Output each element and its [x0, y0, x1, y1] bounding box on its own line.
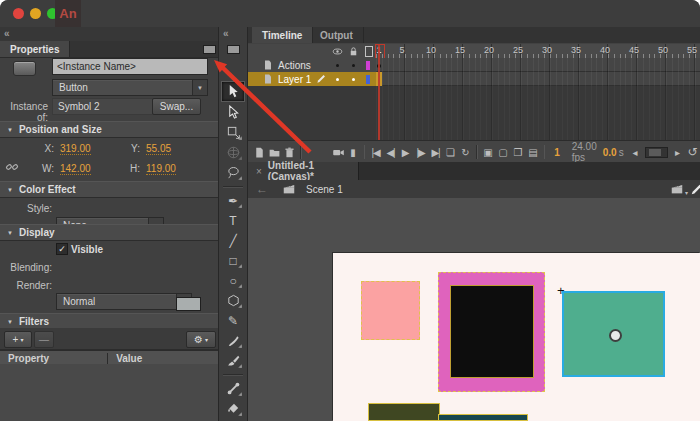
flyout-indicator: [238, 412, 242, 416]
value-column-header[interactable]: Value: [107, 353, 142, 364]
line-tool[interactable]: ╱: [222, 231, 244, 250]
reset-timeline-icon[interactable]: ↺: [685, 144, 700, 160]
scroll-right-icon[interactable]: ▸: [670, 144, 685, 160]
layer-row-actions[interactable]: Actions: [248, 58, 376, 73]
onion-skin-button[interactable]: ▣: [481, 144, 496, 160]
panel-menu-icon[interactable]: [203, 45, 216, 54]
pink-square[interactable]: [361, 281, 420, 340]
ruler-frame-number: 15: [455, 45, 465, 55]
remove-filter-button[interactable]: —: [34, 331, 54, 348]
x-value[interactable]: 319.00: [60, 143, 91, 155]
layer-visibility-dot[interactable]: [336, 78, 339, 81]
selection-tool[interactable]: [221, 81, 245, 102]
h-value[interactable]: 119.00: [146, 163, 176, 175]
instance-of-value[interactable]: Symbol 2: [52, 98, 153, 115]
section-position-and-size[interactable]: ▼ Position and Size: [0, 121, 218, 138]
background-color-swatch[interactable]: [176, 297, 201, 311]
layer-name[interactable]: Layer 1: [278, 74, 311, 85]
timeline-scrollbar[interactable]: [645, 147, 668, 158]
rectangle-tool[interactable]: □: [222, 251, 244, 270]
brush-tool[interactable]: [222, 351, 244, 370]
ruler-frame-number: 20: [484, 45, 494, 55]
pencil-tool[interactable]: ✎: [222, 311, 244, 330]
black-square[interactable]: [450, 285, 534, 378]
layer-name[interactable]: Actions: [278, 60, 311, 71]
free-transform-tool[interactable]: [222, 123, 244, 142]
ruler-frame-number: 5: [400, 45, 405, 55]
stage-canvas[interactable]: +: [333, 253, 700, 421]
step-back-button[interactable]: ◀|: [383, 144, 398, 160]
center-frame-button[interactable]: ❏: [443, 144, 458, 160]
pen-tool[interactable]: ✒: [222, 191, 244, 210]
scene-breadcrumb[interactable]: Scene 1: [306, 184, 343, 195]
lasso-tool[interactable]: [222, 163, 244, 182]
document-tab[interactable]: × Untitled-1 (Canvas)*: [248, 162, 359, 180]
paint-brush-tool[interactable]: [222, 331, 244, 350]
symbol-behavior-select[interactable]: Button ▼: [52, 79, 208, 96]
layer-lock-dot[interactable]: [352, 78, 355, 81]
subselection-tool[interactable]: [222, 103, 244, 122]
outline-all-layers-icon[interactable]: [365, 46, 373, 57]
elapsed-time-value[interactable]: 0.0: [603, 147, 617, 158]
section-color-effect[interactable]: ▼ Color Effect: [0, 181, 218, 198]
camera-button[interactable]: [331, 144, 346, 160]
collapse-tools-icon[interactable]: «: [223, 28, 228, 39]
layer-outline-color-chip[interactable]: [366, 61, 370, 70]
divider: [476, 145, 478, 159]
modify-markers-button[interactable]: ▤: [526, 144, 541, 160]
new-folder-button[interactable]: [267, 144, 282, 160]
step-forward-button[interactable]: |▶: [413, 144, 428, 160]
timeline-ruler[interactable]: 1510152025303540455055: [376, 44, 700, 59]
w-value[interactable]: 142.00: [60, 163, 91, 175]
darkteal-rect[interactable]: [438, 414, 528, 421]
visible-checkbox[interactable]: ✓: [56, 243, 68, 255]
show-hide-all-layers-icon[interactable]: [332, 46, 343, 57]
new-layer-button[interactable]: [252, 144, 267, 160]
swap-button[interactable]: Swap...: [152, 98, 201, 115]
blending-select[interactable]: Normal ▼: [56, 293, 192, 310]
layer-row-layer1[interactable]: Layer 1: [248, 72, 376, 87]
scrollbar-thumb[interactable]: [649, 149, 661, 156]
filter-options-button[interactable]: ⚙ ▾: [186, 331, 216, 348]
go-to-first-frame-button[interactable]: |◀: [368, 144, 383, 160]
go-to-last-frame-button[interactable]: ▶|: [428, 144, 443, 160]
edit-symbols-icon[interactable]: [690, 182, 700, 196]
y-value[interactable]: 55.05: [146, 143, 171, 155]
link-width-height-icon[interactable]: [5, 160, 19, 174]
delete-layer-button[interactable]: [282, 144, 297, 160]
current-frame-indicator[interactable]: 1: [554, 147, 560, 158]
layer-visibility-dot[interactable]: [336, 64, 339, 67]
layer-lock-dot[interactable]: [352, 64, 355, 67]
close-window-button[interactable]: [13, 8, 24, 19]
layer-outline-color-chip[interactable]: [366, 75, 370, 84]
property-column-header[interactable]: Property: [8, 353, 49, 364]
bone-tool[interactable]: [222, 379, 244, 398]
loop-button[interactable]: ↻: [458, 144, 473, 160]
oval-tool[interactable]: ○: [222, 271, 244, 290]
marker-icon[interactable]: ▮: [346, 144, 361, 160]
edit-scene-icon[interactable]: [670, 182, 684, 196]
timeline-frames-grid[interactable]: [376, 58, 700, 86]
paint-bucket-tool[interactable]: [222, 399, 244, 418]
back-arrow-icon[interactable]: ←: [256, 182, 268, 196]
tab-timeline[interactable]: Timeline: [252, 27, 313, 43]
registration-point-icon[interactable]: [609, 329, 622, 342]
lock-all-layers-icon[interactable]: [348, 46, 359, 57]
close-document-icon[interactable]: ×: [256, 166, 262, 177]
collapse-panel-icon[interactable]: «: [4, 28, 9, 39]
add-filter-button[interactable]: + ▾: [4, 331, 32, 348]
tools-menu-icon[interactable]: [227, 45, 240, 54]
polystar-tool[interactable]: [222, 291, 244, 310]
onion-skin-outlines-button[interactable]: ▢: [496, 144, 511, 160]
minimize-window-button[interactable]: [30, 8, 41, 19]
edit-multiple-frames-button[interactable]: ❐: [511, 144, 526, 160]
scroll-left-icon[interactable]: ◂: [628, 144, 643, 160]
olive-rect[interactable]: [368, 403, 440, 421]
tab-properties[interactable]: Properties: [0, 41, 70, 57]
tab-output[interactable]: Output: [310, 27, 364, 43]
section-display[interactable]: ▼ Display: [0, 224, 218, 241]
frame-rate-indicator[interactable]: 24.00 fps: [572, 141, 597, 163]
text-tool[interactable]: T: [222, 211, 244, 230]
play-button[interactable]: ▶: [398, 144, 413, 160]
instance-name-input[interactable]: [52, 58, 208, 75]
